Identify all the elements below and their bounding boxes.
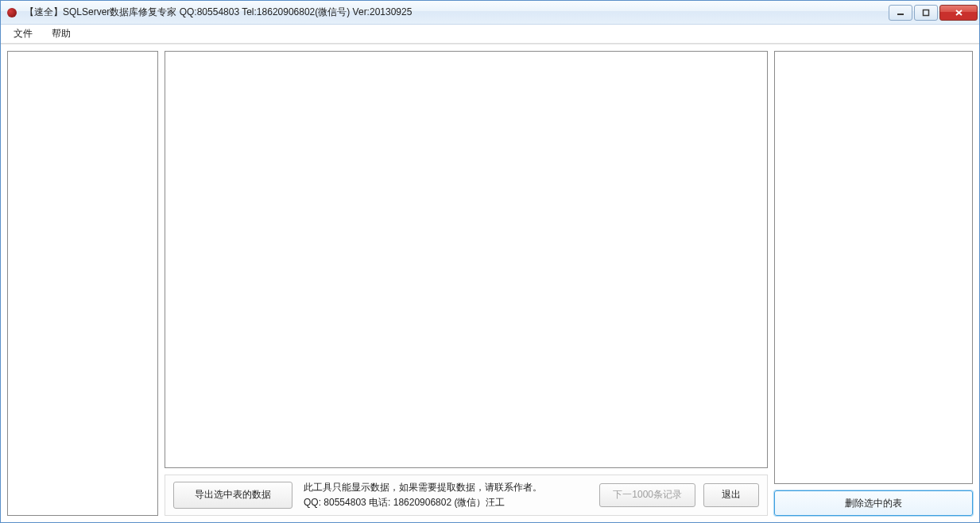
close-icon bbox=[955, 9, 963, 17]
maximize-button[interactable] bbox=[914, 5, 938, 21]
app-icon bbox=[7, 8, 17, 17]
window-controls bbox=[889, 5, 978, 21]
app-window: 【速全】SQLServer数据库修复专家 QQ:80554803 Tel:186… bbox=[0, 0, 980, 523]
bottom-right-buttons: 下一1000条记录 退出 bbox=[599, 483, 759, 507]
export-selected-data-button[interactable]: 导出选中表的数据 bbox=[173, 482, 292, 509]
data-grid-panel[interactable] bbox=[165, 51, 768, 468]
info-text: 此工具只能显示数据，如果需要提取数据，请联系作者。 QQ: 80554803 电… bbox=[304, 480, 588, 510]
right-list-panel[interactable] bbox=[774, 51, 973, 484]
client-area: 导出选中表的数据 此工具只能显示数据，如果需要提取数据，请联系作者。 QQ: 8… bbox=[1, 44, 979, 522]
close-button[interactable] bbox=[939, 5, 978, 21]
next-1000-records-button[interactable]: 下一1000条记录 bbox=[599, 483, 695, 507]
right-column: 删除选中的表 bbox=[774, 51, 973, 516]
left-table-list-panel[interactable] bbox=[7, 51, 158, 516]
delete-selected-table-button[interactable]: 删除选中的表 bbox=[774, 490, 973, 516]
minimize-button[interactable] bbox=[889, 5, 912, 21]
bottom-toolbar: 导出选中表的数据 此工具只能显示数据，如果需要提取数据，请联系作者。 QQ: 8… bbox=[165, 475, 768, 516]
window-title: 【速全】SQLServer数据库修复专家 QQ:80554803 Tel:186… bbox=[25, 6, 889, 19]
exit-button[interactable]: 退出 bbox=[703, 483, 759, 507]
menu-help[interactable]: 帮助 bbox=[44, 25, 79, 43]
center-column: 导出选中表的数据 此工具只能显示数据，如果需要提取数据，请联系作者。 QQ: 8… bbox=[165, 51, 768, 516]
svg-rect-1 bbox=[924, 10, 929, 15]
title-bar[interactable]: 【速全】SQLServer数据库修复专家 QQ:80554803 Tel:186… bbox=[1, 1, 979, 25]
maximize-icon bbox=[922, 9, 930, 17]
menu-file[interactable]: 文件 bbox=[6, 25, 41, 43]
minimize-icon bbox=[897, 9, 904, 17]
info-line-1: 此工具只能显示数据，如果需要提取数据，请联系作者。 bbox=[304, 480, 588, 495]
info-line-2: QQ: 80554803 电话: 18620906802 (微信）汪工 bbox=[304, 495, 588, 510]
menu-bar: 文件 帮助 bbox=[1, 25, 979, 44]
left-table-list[interactable] bbox=[8, 52, 157, 515]
